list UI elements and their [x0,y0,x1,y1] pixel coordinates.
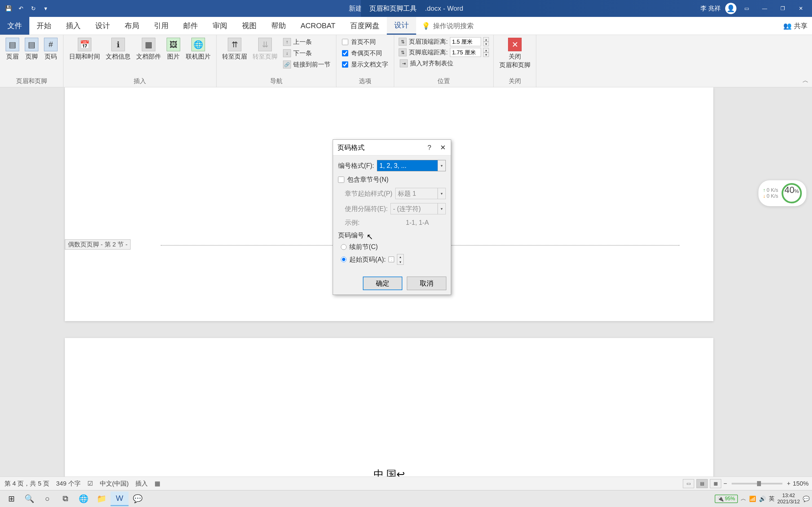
time-text: 13:42 [782,493,795,499]
tab-design[interactable]: 设计 [88,17,117,35]
header-top-distance[interactable]: ⇅页眉顶端距离:▲▼ [398,37,490,47]
network-speed-widget[interactable]: ↑0 K/s ↓0 K/s 40% [758,180,806,206]
user-avatar-icon[interactable]: 👤 [725,3,737,14]
minimize-icon[interactable]: ― [757,3,772,14]
tab-insert[interactable]: 插入 [59,17,88,35]
clock[interactable]: 13:42 2021/3/12 [777,493,800,505]
tab-references[interactable]: 引用 [147,17,176,35]
spin-down-icon[interactable]: ▼ [483,52,489,57]
docinfo-button[interactable]: ℹ文档信息 [103,37,133,62]
word-app-icon[interactable]: W [110,492,129,506]
link-prev-button[interactable]: 🔗链接到前一节 [281,59,333,70]
ribbon-display-icon[interactable]: ▭ [739,3,755,14]
wifi-icon[interactable]: 📶 [749,496,756,502]
picture-button[interactable]: 🖼图片 [164,37,183,62]
notifications-icon[interactable]: 💬 [803,496,810,502]
tab-review[interactable]: 审阅 [205,17,235,35]
tab-layout[interactable]: 布局 [117,17,147,35]
spin-down-icon[interactable]: ▼ [483,42,489,46]
continue-prev-radio[interactable]: 续前节(C) [338,242,446,251]
dropdown-arrow-icon[interactable]: ▾ [438,160,446,171]
browser-icon[interactable]: 🌐 [74,492,93,506]
spin-up-icon[interactable]: ▲ [397,255,403,260]
dialog-help-icon[interactable]: ? [423,141,436,154]
share-label: 共享 [794,21,808,31]
page-number-format-dialog: 页码格式 ? ✕ 编号格式(F): 1, 2, 3, ... ▾ 包含章节号(N… [333,139,451,295]
tab-hf-design[interactable]: 设计 [387,17,416,35]
spin-down-icon[interactable]: ▼ [397,260,403,265]
zoom-slider[interactable] [732,483,782,485]
online-picture-button[interactable]: 🌐联机图片 [184,37,213,62]
align-tab-icon: ⇥ [400,59,408,67]
tab-home[interactable]: 开始 [29,17,59,35]
header-dist-icon: ⇅ [399,38,407,46]
ime-indicator[interactable]: 英 [769,495,774,503]
cortana-icon[interactable]: ○ [38,492,56,506]
battery-indicator[interactable]: 🔌95% [715,495,738,503]
tell-me-search[interactable]: 💡 操作说明搜索 [416,17,479,35]
status-bar: 第 4 页，共 5 页 349 个字 ☑ 中文(中国) 插入 ▦ ▭ ▤ ▦ −… [0,476,812,490]
prev-section-button[interactable]: ↑上一条 [281,37,333,47]
tab-file[interactable]: 文件 [0,17,29,35]
web-layout-icon[interactable]: ▦ [710,479,721,488]
language-indicator[interactable]: 中文(中国) [100,480,129,488]
page-indicator[interactable]: 第 4 页，共 5 页 [4,480,49,488]
first-page-diff-checkbox[interactable]: 首页不同 [340,37,391,47]
insert-align-tab-button[interactable]: ⇥插入对齐制表位 [398,58,490,69]
spin-up-icon[interactable]: ▲ [483,37,489,42]
spin-up-icon[interactable]: ▲ [483,48,489,52]
explorer-icon[interactable]: 📁 [93,492,110,506]
close-window-icon[interactable]: ✕ [793,3,809,14]
start-button[interactable]: ⊞ [2,492,20,506]
print-layout-icon[interactable]: ▤ [696,479,708,488]
number-format-select[interactable]: 1, 2, 3, ... ▾ [377,160,446,171]
docparts-button[interactable]: ▦文档部件 [134,37,163,62]
task-view-icon[interactable]: ⧉ [56,492,74,506]
tab-acrobat[interactable]: ACROBAT [293,17,343,35]
footer-bottom-input[interactable] [450,48,481,57]
maximize-icon[interactable]: ❐ [775,3,791,14]
macro-icon[interactable]: ▦ [154,480,160,487]
include-chapter-checkbox[interactable]: 包含章节号(N) [338,175,446,184]
zoom-out-icon[interactable]: − [723,480,727,487]
save-icon[interactable]: 💾 [3,3,13,13]
pagenum-button[interactable]: #页码 [42,37,60,62]
qat-dropdown-icon[interactable]: ▾ [41,3,51,13]
tab-view[interactable]: 视图 [235,17,264,35]
start-at-input[interactable] [389,257,394,262]
odd-even-diff-checkbox[interactable]: 奇偶页不同 [340,48,391,59]
zoom-level[interactable]: 150% [793,480,809,487]
volume-icon[interactable]: 🔊 [759,496,766,502]
footer-bottom-distance[interactable]: ⇅页脚底端距离:▲▼ [398,47,490,57]
search-icon[interactable]: 🔍 [20,492,38,506]
close-hf-button[interactable]: ✕关闭 页眉和页脚 [497,37,532,70]
insert-mode[interactable]: 插入 [135,480,148,488]
show-doc-text-checkbox[interactable]: 显示文档文字 [340,59,391,70]
goto-footer-button[interactable]: ⇊转至页脚 [250,37,280,62]
footer-button[interactable]: ▤页脚 [22,37,41,62]
datetime-button[interactable]: 📅日期和时间 [67,37,102,62]
read-mode-icon[interactable]: ▭ [683,479,694,488]
tab-help[interactable]: 帮助 [264,17,293,35]
zoom-in-icon[interactable]: + [787,480,791,487]
wechat-icon[interactable]: 💬 [129,492,147,506]
collapse-ribbon-icon[interactable]: ︿ [802,76,809,85]
link-icon: 🔗 [283,61,291,68]
tray-chevron-icon[interactable]: ︿ [741,495,746,503]
tab-baidu[interactable]: 百度网盘 [343,17,387,35]
spell-check-icon[interactable]: ☑ [87,480,93,487]
word-count[interactable]: 349 个字 [56,480,81,488]
tab-mailings[interactable]: 邮件 [176,17,205,35]
share-button[interactable]: 👥 共享 [783,17,808,35]
undo-icon[interactable]: ↶ [16,3,26,13]
redo-icon[interactable]: ↻ [28,3,38,13]
goto-header-button[interactable]: ⇈转至页眉 [220,37,249,62]
dialog-close-icon[interactable]: ✕ [436,141,450,154]
header-top-input[interactable] [450,37,481,46]
ok-button[interactable]: 确定 [363,277,402,290]
next-section-button[interactable]: ↓下一条 [281,48,333,59]
header-button[interactable]: ▤页眉 [3,37,21,62]
cancel-button[interactable]: 取消 [407,277,446,290]
start-at-radio[interactable]: 起始页码(A): ▲▼ [338,254,446,265]
dialog-titlebar[interactable]: 页码格式 ? ✕ [333,140,451,156]
